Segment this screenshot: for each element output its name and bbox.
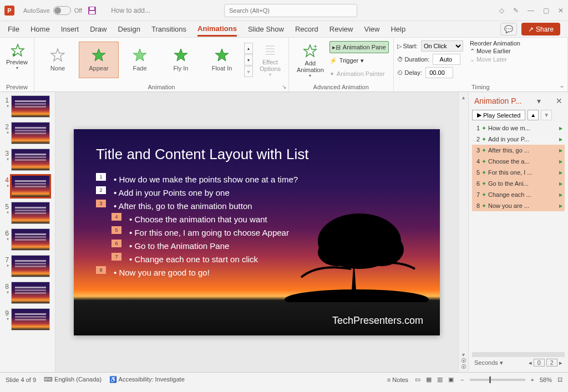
tab-review[interactable]: Review xyxy=(329,23,353,35)
save-icon[interactable] xyxy=(88,6,97,15)
anim-entry-3[interactable]: 3✦After this, go ...▶ xyxy=(472,145,565,156)
thumb-4[interactable]: 4* xyxy=(2,175,53,197)
anim-entry-1[interactable]: 1✦How do we m...▶ xyxy=(472,123,565,134)
animation-pane-button[interactable]: ▸⊟ Animation Pane xyxy=(329,41,389,53)
tab-home[interactable]: Home xyxy=(31,23,50,35)
eyedropper-icon[interactable]: ✎ xyxy=(513,7,519,14)
anim-none[interactable]: None xyxy=(38,42,78,78)
close-icon[interactable]: ✕ xyxy=(558,7,564,14)
thumb-3[interactable]: 3* xyxy=(2,149,53,171)
share-button[interactable]: ↗ Share xyxy=(521,23,560,35)
trigger-button[interactable]: ⚡ Trigger ▾ xyxy=(329,54,389,67)
anim-entry-5[interactable]: 5✦For this one, I ...▶ xyxy=(472,167,565,178)
slide-scrollbar[interactable]: ▴ ▾ ⦿ ⦿ xyxy=(458,92,468,372)
anim-fade[interactable]: Fade xyxy=(120,42,160,78)
tab-transitions[interactable]: Transitions xyxy=(151,23,186,35)
tab-insert[interactable]: Insert xyxy=(61,23,79,35)
next-slide-icon[interactable]: ⦿ xyxy=(461,364,466,370)
zoom-in-icon[interactable]: + xyxy=(531,376,534,383)
accessibility-button[interactable]: ♿ Accessibility: Investigate xyxy=(109,376,185,383)
preview-button[interactable]: Preview ▾ xyxy=(3,40,31,73)
effect-options-button[interactable]: Effect Options ▾ xyxy=(255,40,285,79)
timeline-bar[interactable] xyxy=(472,352,565,357)
autosave-toggle[interactable]: AutoSave Off xyxy=(23,6,82,15)
move-down-button[interactable]: ▼ xyxy=(541,110,552,120)
minimize-icon[interactable]: ― xyxy=(528,7,534,14)
gallery-up[interactable]: ▴ xyxy=(244,43,253,54)
diamond-icon[interactable]: ◇ xyxy=(499,7,504,14)
ribbon-tabs: File Home Insert Draw Design Transitions… xyxy=(0,21,568,38)
normal-view-icon[interactable]: ▭ xyxy=(414,375,422,384)
pane-menu-icon[interactable]: ▾ xyxy=(537,96,541,105)
tab-help[interactable]: Help xyxy=(390,23,405,35)
search-input[interactable] xyxy=(224,4,357,17)
animation-painter-button[interactable]: ✦ Animation Painter xyxy=(329,68,389,80)
animation-gallery[interactable]: None Appear Fade Fly In Float In xyxy=(38,42,242,78)
duration-input[interactable] xyxy=(433,54,460,65)
seconds-label[interactable]: Seconds ▾ xyxy=(474,359,503,366)
slide-title[interactable]: Title and Content Layout with List xyxy=(74,129,440,169)
anim-entry-4[interactable]: 4✦Choose the a...▶ xyxy=(472,156,565,167)
svg-rect-2 xyxy=(90,7,94,10)
toggle-switch[interactable] xyxy=(53,6,71,15)
slide-canvas[interactable]: Title and Content Layout with List 1• Ho… xyxy=(74,129,440,335)
slide-footer: TechPresenters.com xyxy=(332,315,423,327)
tab-slideshow[interactable]: Slide Show xyxy=(248,23,284,35)
slide-editor[interactable]: Title and Content Layout with List 1• Ho… xyxy=(55,92,458,372)
scroll-down-icon[interactable]: ▾ xyxy=(462,352,465,358)
anim-entry-7[interactable]: 7✦Change each ...▶ xyxy=(472,189,565,200)
prev-slide-icon[interactable]: ⦿ xyxy=(461,358,466,364)
pane-close-icon[interactable]: ✕ xyxy=(556,96,562,105)
delay-input[interactable] xyxy=(425,67,453,78)
add-animation-button[interactable]: + Add Animation ▾ xyxy=(292,40,328,81)
thumb-6[interactable]: 6* xyxy=(2,228,53,251)
tab-draw[interactable]: Draw xyxy=(90,23,106,35)
scroll-up-icon[interactable]: ▴ xyxy=(462,94,465,100)
svg-marker-5 xyxy=(51,49,64,61)
timeline-nav[interactable]: ◂ 0 2 ▸ xyxy=(529,359,562,366)
thumb-8[interactable]: 8* xyxy=(2,282,53,304)
notes-button[interactable]: ≡ Notes xyxy=(387,376,408,383)
thumb-9[interactable]: 9* xyxy=(2,308,53,330)
anim-appear[interactable]: Appear xyxy=(79,42,119,78)
animation-dialog-launcher[interactable]: ↘ xyxy=(282,84,286,90)
animation-list[interactable]: 1✦How do we m...▶2✦Add in your P...▶3✦Af… xyxy=(472,123,565,351)
gallery-more[interactable]: ▿ xyxy=(244,66,253,77)
search-box[interactable] xyxy=(224,4,357,17)
thumb-7[interactable]: 7* xyxy=(2,255,53,277)
move-up-button[interactable]: ▲ xyxy=(528,110,539,120)
tab-file[interactable]: File xyxy=(8,23,19,35)
zoom-out-icon[interactable]: − xyxy=(460,376,464,383)
anim-flyin[interactable]: Fly In xyxy=(161,42,201,78)
reading-view-icon[interactable]: ▥ xyxy=(436,375,444,384)
zoom-slider[interactable] xyxy=(470,379,525,381)
slide-number[interactable]: Slide 4 of 9 xyxy=(6,376,36,383)
move-earlier-button[interactable]: ⌃ Move Earlier xyxy=(470,48,520,55)
move-later-button[interactable]: ⌄ Move Later xyxy=(470,56,520,63)
play-selected-button[interactable]: ▶ Play Selected xyxy=(472,110,525,120)
slide-thumbnails[interactable]: 1* 2* 3* 4* 5* 6* 7* 8* 9* xyxy=(0,92,55,372)
thumb-1[interactable]: 1* xyxy=(2,95,53,118)
anim-entry-2[interactable]: 2✦Add in your P...▶ xyxy=(472,134,565,145)
svg-point-18 xyxy=(318,238,357,266)
anim-entry-8[interactable]: 8✦Now you are ...▶ xyxy=(472,200,565,211)
comments-button[interactable]: 💬 xyxy=(500,23,517,35)
ribbon-collapse-icon[interactable]: ⌄ xyxy=(559,82,565,89)
gallery-down[interactable]: ▾ xyxy=(244,54,253,65)
thumb-5[interactable]: 5* xyxy=(2,202,53,224)
tab-view[interactable]: View xyxy=(364,23,379,35)
tab-record[interactable]: Record xyxy=(295,23,318,35)
zoom-level[interactable]: 58% xyxy=(540,376,552,383)
document-title[interactable]: How to add... xyxy=(111,7,150,14)
anim-entry-6[interactable]: 6✦Go to the Ani...▶ xyxy=(472,178,565,189)
thumb-2[interactable]: 2* xyxy=(2,122,53,144)
maximize-icon[interactable]: ▢ xyxy=(543,7,549,14)
sorter-view-icon[interactable]: ▦ xyxy=(425,375,433,384)
anim-floatin[interactable]: Float In xyxy=(202,42,242,78)
fit-window-icon[interactable]: ⊡ xyxy=(557,376,562,383)
slideshow-view-icon[interactable]: ▣ xyxy=(447,375,455,384)
start-select[interactable]: On Click xyxy=(421,40,463,52)
language-button[interactable]: ⌨ English (Canada) xyxy=(44,376,102,383)
tab-design[interactable]: Design xyxy=(118,23,140,35)
tab-animations[interactable]: Animations xyxy=(197,22,237,37)
